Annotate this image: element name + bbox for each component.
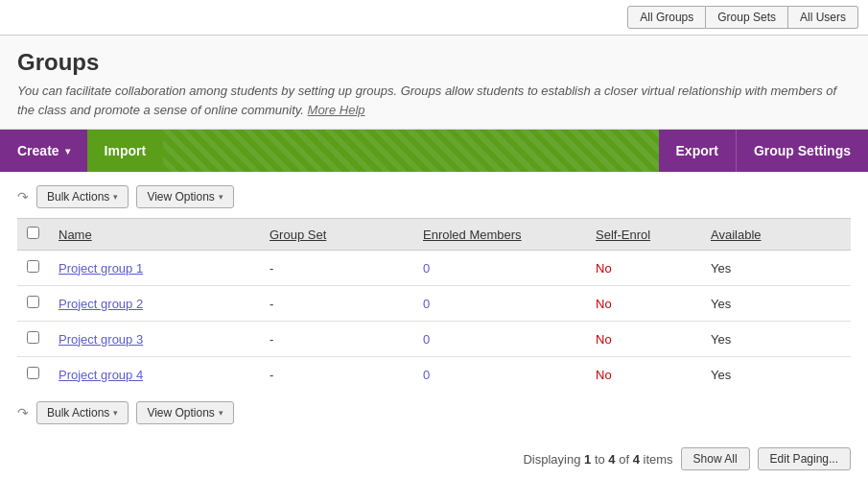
row-available-2: Yes <box>701 322 851 357</box>
group-settings-button[interactable]: Group Settings <box>736 130 868 172</box>
row-available-1: Yes <box>701 286 851 322</box>
bottom-action-row: ↷ Bulk Actions ▾ View Options ▾ <box>17 401 851 424</box>
row-groupset-3: - <box>260 357 413 393</box>
view-options-button-bottom[interactable]: View Options ▾ <box>136 401 233 424</box>
top-action-row: ↷ Bulk Actions ▾ View Options ▾ <box>17 185 851 208</box>
view-options-button-top[interactable]: View Options ▾ <box>136 185 233 208</box>
table-row: Project group 2 - 0 No Yes <box>17 286 851 322</box>
row-groupset-0: - <box>260 251 413 286</box>
sort-groupset-link[interactable]: Group Set <box>270 228 326 242</box>
group-link-2[interactable]: Project group 3 <box>59 332 143 347</box>
sort-selfenrol-link[interactable]: Self-Enrol <box>596 228 650 242</box>
row-enrolled-1: 0 <box>413 286 586 322</box>
paging-text: Displaying 1 to 4 of 4 items <box>523 452 672 467</box>
header-available: Available <box>701 219 851 251</box>
export-button[interactable]: Export <box>659 130 736 172</box>
sort-name-link[interactable]: Name <box>59 228 92 242</box>
table-row: Project group 1 - 0 No Yes <box>17 251 851 286</box>
row-name-0: Project group 1 <box>49 251 260 286</box>
row-checkbox-3[interactable] <box>27 367 39 379</box>
table-row: Project group 3 - 0 No Yes <box>17 322 851 357</box>
row-available-3: Yes <box>701 357 851 393</box>
table-header-row: Name Group Set Enroled Members Self-Enro… <box>17 219 851 251</box>
page-header: Groups You can facilitate collaboration … <box>0 36 868 130</box>
group-link-3[interactable]: Project group 4 <box>59 368 143 382</box>
bottom-action-arrow-icon: ↷ <box>17 405 29 420</box>
content-area: ↷ Bulk Actions ▾ View Options ▾ Name Gro… <box>0 172 868 480</box>
create-button[interactable]: Create ▾ <box>0 130 87 172</box>
group-link-0[interactable]: Project group 1 <box>59 261 143 276</box>
sort-enrolled-link[interactable]: Enroled Members <box>423 228 522 242</box>
page-description: You can facilitate collaboration among s… <box>17 82 851 119</box>
row-selfenrol-3: No <box>586 357 701 393</box>
groups-table: Name Group Set Enroled Members Self-Enro… <box>17 218 851 392</box>
row-checkbox-cell-1 <box>17 286 49 322</box>
row-selfenrol-0: No <box>586 251 701 286</box>
row-checkbox-cell-3 <box>17 357 49 393</box>
bulk-actions-arrow-icon-bottom: ▾ <box>113 408 118 418</box>
top-nav: All Groups Group Sets All Users <box>0 0 868 36</box>
row-name-1: Project group 2 <box>49 286 260 322</box>
header-selfenrol: Self-Enrol <box>586 219 701 251</box>
row-selfenrol-2: No <box>586 322 701 357</box>
view-options-arrow-icon-top: ▾ <box>219 192 223 202</box>
row-enrolled-3: 0 <box>413 357 586 393</box>
header-enrolled: Enroled Members <box>413 219 586 251</box>
group-link-1[interactable]: Project group 2 <box>59 297 143 311</box>
row-checkbox-cell-0 <box>17 251 49 286</box>
more-help-link[interactable]: More Help <box>308 103 365 117</box>
bulk-actions-button-top[interactable]: Bulk Actions ▾ <box>36 185 129 208</box>
top-nav-all-users[interactable]: All Users <box>788 6 858 29</box>
row-checkbox-cell-2 <box>17 322 49 357</box>
row-selfenrol-1: No <box>586 286 701 322</box>
header-checkbox-cell <box>17 219 49 251</box>
top-nav-group-sets[interactable]: Group Sets <box>706 6 788 29</box>
toolbar: Create ▾ Import Export Group Settings <box>0 130 868 172</box>
view-options-arrow-icon-bottom: ▾ <box>219 408 223 418</box>
top-nav-all-groups[interactable]: All Groups <box>627 6 706 29</box>
row-groupset-2: - <box>260 322 413 357</box>
row-name-2: Project group 3 <box>49 322 260 357</box>
toolbar-spacer <box>163 130 658 172</box>
table-row: Project group 4 - 0 No Yes <box>17 357 851 393</box>
row-enrolled-0: 0 <box>413 251 586 286</box>
action-arrow-icon: ↷ <box>17 189 29 204</box>
sort-available-link[interactable]: Available <box>711 228 762 242</box>
bulk-actions-button-bottom[interactable]: Bulk Actions ▾ <box>36 401 129 424</box>
page-title: Groups <box>17 49 851 76</box>
header-groupset: Group Set <box>260 219 413 251</box>
row-name-3: Project group 4 <box>49 357 260 393</box>
row-checkbox-2[interactable] <box>27 331 39 344</box>
row-available-0: Yes <box>701 251 851 286</box>
row-checkbox-0[interactable] <box>27 260 39 273</box>
show-all-button[interactable]: Show All <box>681 447 750 470</box>
row-enrolled-2: 0 <box>413 322 586 357</box>
bulk-actions-arrow-icon-top: ▾ <box>113 192 118 202</box>
create-arrow-icon: ▾ <box>65 146 70 156</box>
paging-row: Displaying 1 to 4 of 4 items Show All Ed… <box>17 440 851 470</box>
row-checkbox-1[interactable] <box>27 296 39 308</box>
edit-paging-button[interactable]: Edit Paging... <box>758 447 851 470</box>
header-name: Name <box>49 219 260 251</box>
row-groupset-1: - <box>260 286 413 322</box>
import-button[interactable]: Import <box>87 130 164 172</box>
select-all-checkbox[interactable] <box>27 227 39 239</box>
